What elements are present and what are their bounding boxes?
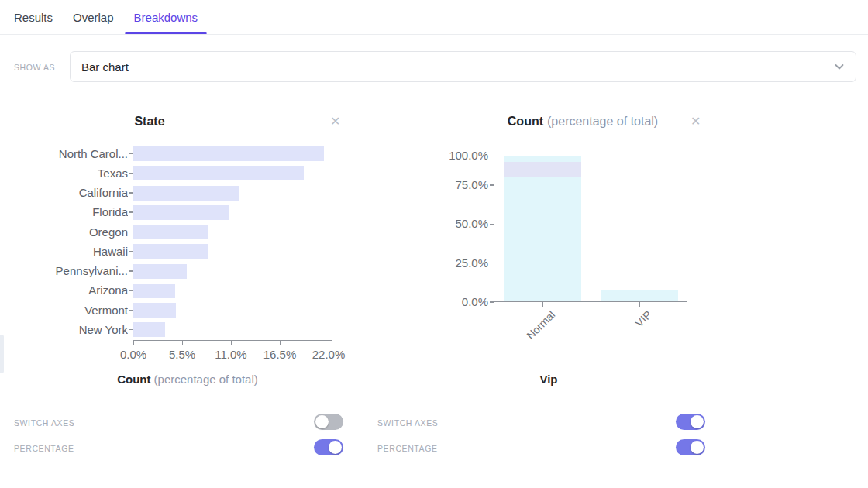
- category-label: New York: [0, 323, 128, 337]
- category-label: California: [0, 186, 128, 200]
- bar-newyork[interactable]: [133, 322, 165, 337]
- right-chart-plot: [494, 145, 687, 302]
- y-axis-tick: [490, 146, 494, 147]
- left-switch-axes-toggle[interactable]: [314, 414, 343, 430]
- x-axis-tick: [133, 341, 135, 345]
- x-axis-tick: [329, 341, 330, 345]
- right-switch-axes-toggle[interactable]: [676, 414, 705, 430]
- left-chart-title: State: [134, 115, 164, 129]
- bar-vermont[interactable]: [133, 303, 176, 318]
- right-chart-title: Count(percentage of total): [508, 115, 658, 129]
- tab-bar: ResultsOverlapBreakdowns: [0, 0, 868, 35]
- toggle-knob: [691, 441, 704, 454]
- x-tick-label: 22.0%: [312, 348, 346, 361]
- y-tick-label: 100.0%: [434, 148, 488, 163]
- x-axis-tick: [231, 341, 232, 345]
- tab-breakdowns[interactable]: Breakdowns: [125, 0, 208, 34]
- category-label: Hawaii: [0, 245, 128, 259]
- x-tick-label: 5.5%: [169, 348, 195, 361]
- y-axis-tick: [490, 184, 494, 186]
- show-as-label: SHOW AS: [14, 63, 55, 72]
- bar-pennsylvani[interactable]: [133, 264, 187, 279]
- show-as-value: Bar chart: [81, 60, 834, 74]
- right-chart-axis-label: Vip: [539, 373, 557, 386]
- category-label: Texas: [0, 167, 128, 180]
- toggle-knob: [329, 441, 342, 454]
- category-label: Pennsylvani...: [0, 264, 128, 278]
- bar-florida[interactable]: [133, 205, 229, 220]
- bar-arizona[interactable]: [133, 284, 175, 298]
- tab-results[interactable]: Results: [5, 0, 62, 34]
- x-tick-label: 0.0%: [120, 348, 146, 361]
- show-as-dropdown[interactable]: Bar chart: [70, 51, 856, 82]
- x-axis-tick: [280, 341, 281, 345]
- bar-hawaii[interactable]: [133, 244, 208, 259]
- x-axis-tick: [639, 302, 641, 307]
- breakdowns-page: ResultsOverlapBreakdowns SHOW AS Bar cha…: [0, 0, 868, 488]
- category-label: Oregon: [0, 225, 128, 239]
- left-chart-close-icon[interactable]: ✕: [330, 115, 340, 129]
- x-axis-tick: [542, 302, 544, 307]
- y-tick-label: 0.0%: [434, 294, 488, 310]
- right-chart-close-icon[interactable]: ✕: [691, 115, 701, 129]
- left-chart-axis-label: Count(percentage of total): [117, 373, 258, 386]
- chevron-down-icon: [834, 61, 845, 72]
- y-axis-tick: [490, 224, 494, 225]
- left-chart-plot: 0.0%5.5%11.0%16.5%22.0%: [133, 144, 332, 341]
- x-tick-label: 11.0%: [215, 348, 246, 361]
- toggle-knob: [691, 415, 704, 428]
- category-label: Florida: [0, 205, 128, 219]
- tab-overlap[interactable]: Overlap: [64, 0, 123, 34]
- x-tick-label-normal: Normal: [524, 308, 557, 342]
- category-label: Arizona: [0, 284, 128, 297]
- highlight-band: [504, 162, 581, 177]
- right-percentage-label: PERCENTAGE: [377, 444, 438, 453]
- left-switch-axes-label: SWITCH AXES: [14, 418, 74, 428]
- y-tick-label: 25.0%: [434, 256, 488, 271]
- category-label: North Carol...: [0, 147, 128, 161]
- left-percentage-toggle[interactable]: [314, 439, 343, 455]
- y-tick-label: 50.0%: [434, 216, 488, 232]
- y-axis-tick: [490, 301, 494, 303]
- toggle-knob: [315, 415, 329, 428]
- bar-texas[interactable]: [133, 166, 304, 180]
- bar-oregon[interactable]: [133, 225, 208, 239]
- bar-california[interactable]: [133, 186, 239, 201]
- x-axis-tick: [182, 341, 184, 345]
- right-switch-axes-label: SWITCH AXES: [377, 418, 438, 428]
- x-tick-label-vip: VIP: [633, 308, 654, 329]
- y-tick-label: 75.0%: [434, 177, 488, 193]
- right-percentage-toggle[interactable]: [676, 439, 705, 455]
- x-tick-label: 16.5%: [264, 348, 297, 361]
- bar-vip[interactable]: [601, 290, 678, 301]
- bar-northcarol[interactable]: [133, 146, 324, 161]
- left-percentage-label: PERCENTAGE: [14, 444, 74, 453]
- category-label: Vermont: [0, 304, 128, 318]
- left-chart-category-labels: North Carol...TexasCaliforniaFloridaOreg…: [0, 144, 128, 341]
- bar-normal[interactable]: [504, 156, 581, 301]
- panel-resize-handle[interactable]: [0, 335, 4, 373]
- y-axis-tick: [490, 263, 494, 264]
